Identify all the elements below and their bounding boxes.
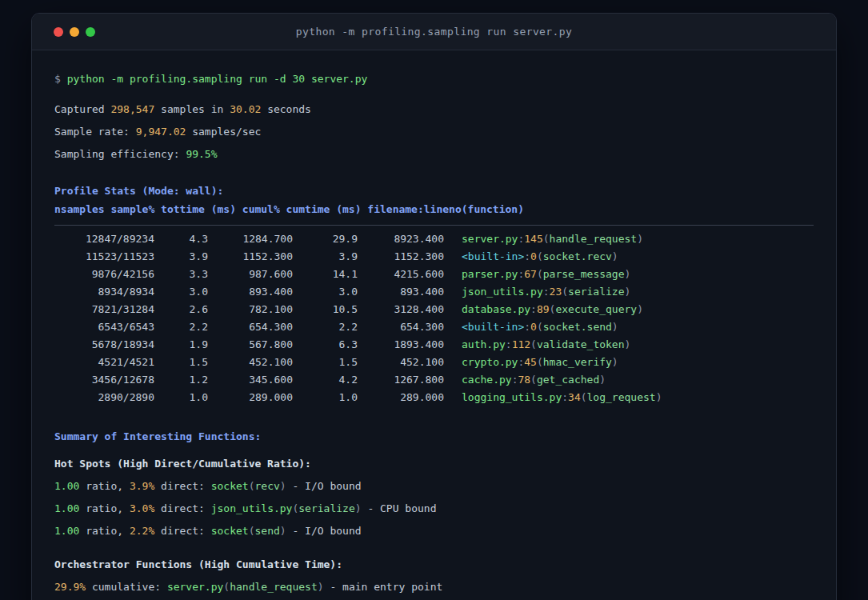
text-segment: : <box>506 338 512 350</box>
cell-location: crypto.py:45(hmac_verify) <box>462 354 618 371</box>
text-segment: 3.9% <box>130 480 154 492</box>
hot-spot-line: 1.00 ratio, 2.2% direct: socket(send) - … <box>54 523 814 539</box>
profile-table: 12847/892344.31284.70029.98923.400server… <box>54 230 814 406</box>
text-segment: 30.02 <box>230 103 261 115</box>
cell-nsamples: 9876/42156 <box>54 266 154 283</box>
text-segment: ) <box>318 581 324 593</box>
filename: database.py <box>462 303 530 315</box>
text-segment: 1.00 <box>54 480 79 492</box>
text-segment: direct: <box>154 480 210 492</box>
maximize-button[interactable] <box>86 27 95 37</box>
cell-tottime: 1284.700 <box>208 230 293 248</box>
text-segment: socket <box>211 480 249 492</box>
cell-cumtime: 1267.800 <box>358 371 444 389</box>
cell-location: auth.py:112(validate_token) <box>462 336 630 354</box>
orchestrators-heading: Orchestrator Functions (High Cumulative … <box>54 557 814 573</box>
title-bar: python -m profiling.sampling run server.… <box>32 14 836 50</box>
cell-nsamples: 4521/4521 <box>54 354 154 371</box>
text-segment: recv <box>255 480 280 492</box>
cell-sample-percent: 2.2 <box>154 318 208 336</box>
table-row: 9876/421563.3987.60014.14215.600parser.p… <box>54 266 814 283</box>
text-segment: Sampling efficiency: <box>54 148 186 160</box>
text-segment: cumulative: <box>86 581 167 593</box>
text-segment: ratio, <box>79 502 130 514</box>
line-number: 0 <box>530 250 537 262</box>
text-segment: ( <box>537 321 543 333</box>
text-segment: python -m profiling.sampling run -d 30 s… <box>67 73 368 85</box>
cell-cumtime: 289.000 <box>358 389 444 406</box>
line-number: 67 <box>524 268 537 280</box>
cell-cumul-percent: 1.0 <box>293 389 358 406</box>
function-name: serialize <box>568 286 624 298</box>
text-segment: ( <box>537 250 543 262</box>
cell-location: json_utils.py:23(serialize) <box>462 283 630 301</box>
cell-sample-percent: 3.0 <box>154 283 208 301</box>
filename: json_utils.py <box>462 286 543 298</box>
table-column-header: nsamples sample% tottime (ms) cumul% cum… <box>54 201 814 218</box>
line-number: 0 <box>530 321 537 333</box>
text-segment: 298,547 <box>110 103 154 115</box>
text-segment: json_utils.py <box>211 502 293 514</box>
hot-spots-list: 1.00 ratio, 3.9% direct: socket(recv) - … <box>54 478 814 539</box>
minimize-button[interactable] <box>70 27 79 37</box>
text-segment: ( <box>249 480 255 492</box>
text-segment: direct: <box>154 502 210 514</box>
cell-location: parser.py:67(parse_message) <box>462 266 630 283</box>
filename: logging_utils.py <box>462 391 562 403</box>
text-segment: ( <box>581 391 587 403</box>
text-segment: serialize <box>298 502 354 514</box>
cell-nsamples: 3456/12678 <box>54 371 154 389</box>
terminal-body: $ python -m profiling.sampling run -d 30… <box>32 50 836 600</box>
cell-tottime: 1152.300 <box>208 248 293 266</box>
profile-stats-heading: Profile Stats (Mode: wall): <box>54 183 814 199</box>
text-segment: socket <box>211 525 249 537</box>
text-segment: : <box>524 321 530 333</box>
line-number: 78 <box>518 374 530 386</box>
traffic-lights <box>32 27 95 37</box>
filename: server.py <box>462 233 518 245</box>
line-number: 45 <box>524 356 537 368</box>
table-row: 4521/45211.5452.1001.5452.100crypto.py:4… <box>54 354 814 371</box>
cell-nsamples: 11523/11523 <box>54 248 154 266</box>
cell-sample-percent: 1.0 <box>154 389 208 406</box>
text-segment: ) <box>612 321 618 333</box>
cell-sample-percent: 2.6 <box>154 301 208 318</box>
text-segment: ( <box>223 581 230 593</box>
close-button[interactable] <box>54 27 63 37</box>
text-segment: 3.0% <box>130 502 154 514</box>
cell-nsamples: 12847/89234 <box>54 230 154 248</box>
cell-location: database.py:89(execute_query) <box>462 301 643 318</box>
table-row: 3456/126781.2345.6004.21267.800cache.py:… <box>54 371 814 389</box>
text-segment: ) <box>280 525 286 537</box>
cell-nsamples: 7821/31284 <box>54 301 154 318</box>
text-segment: ( <box>537 268 543 280</box>
cell-cumtime: 8923.400 <box>358 230 444 248</box>
text-segment: direct: <box>154 525 210 537</box>
cell-tottime: 893.400 <box>208 283 293 301</box>
function-name: validate_token <box>537 338 625 350</box>
function-name: socket.send <box>543 321 612 333</box>
capture-stats: Captured 298,547 samples in 30.02 second… <box>54 102 814 162</box>
cell-location: cache.py:78(get_cached) <box>462 371 606 389</box>
text-segment: ( <box>543 233 550 245</box>
cell-tottime: 782.100 <box>208 301 293 318</box>
line-number: 112 <box>512 338 530 350</box>
text-segment: send <box>255 525 280 537</box>
cell-cumul-percent: 10.5 <box>293 301 358 318</box>
hot-spot-line: 1.00 ratio, 3.0% direct: json_utils.py(s… <box>54 501 814 517</box>
text-segment: ( <box>537 356 543 368</box>
cell-cumtime: 893.400 <box>358 283 444 301</box>
cell-cumtime: 1152.300 <box>358 248 444 266</box>
cell-sample-percent: 3.3 <box>154 266 208 283</box>
orchestrator-line: 29.9% cumulative: server.py(handle_reque… <box>54 579 814 595</box>
table-row: 8934/89343.0893.4003.0893.400json_utils.… <box>54 283 814 301</box>
cell-cumul-percent: 1.5 <box>293 354 358 371</box>
hot-spots-heading: Hot Spots (High Direct/Cumulative Ratio)… <box>54 456 814 472</box>
window-title: python -m profiling.sampling run server.… <box>32 26 836 38</box>
filename: <built-in> <box>462 321 524 333</box>
function-name: log_request <box>587 391 656 403</box>
cell-sample-percent: 4.3 <box>154 230 208 248</box>
text-segment: - main entry point <box>324 581 443 593</box>
cell-sample-percent: 1.2 <box>154 371 208 389</box>
cell-cumul-percent: 6.3 <box>293 336 358 354</box>
